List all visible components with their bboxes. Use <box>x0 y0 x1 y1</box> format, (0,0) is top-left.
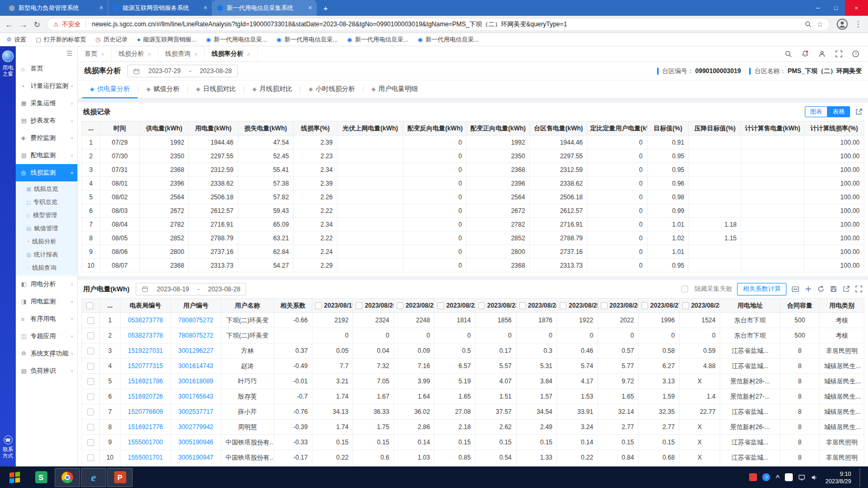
sidebar-item-system-support[interactable]: ⚙系统支撑功能∨ <box>16 345 77 362</box>
correlation-calc-button[interactable]: 相关系数计算 <box>737 283 786 296</box>
date-column-checkbox[interactable] <box>315 302 322 309</box>
link-cell[interactable]: 3002537717 <box>170 404 221 420</box>
save-icon[interactable] <box>830 285 837 293</box>
export-icon[interactable] <box>842 285 850 293</box>
sidebar-item-collection-ops[interactable]: ▦采集运维∨ <box>16 95 77 112</box>
url-input[interactable]: ⚠ 不安全 neweic.js.sgcc.com.cn/#/llm/line/L… <box>47 18 830 31</box>
tab-close-icon[interactable]: × <box>147 51 150 57</box>
minimize-button[interactable]: ─ <box>809 0 827 16</box>
link-cell[interactable]: 7808075272 <box>170 313 221 328</box>
sidebar-item-meter-reading-publish[interactable]: ▤抄表发布∨ <box>16 112 77 129</box>
row-checkbox[interactable] <box>87 454 94 461</box>
sidebar-subitem-line-loss-analysis[interactable]: ◔线损分析 <box>16 235 77 248</box>
browser-menu-icon[interactable]: ⋮ <box>854 19 863 29</box>
bookmark-item[interactable]: ◷历史记录 <box>96 36 128 44</box>
row-checkbox[interactable] <box>87 424 94 431</box>
tab-close-icon[interactable]: × <box>308 4 312 12</box>
bookmark-item[interactable]: ⚙设置 <box>6 36 26 44</box>
sidebar-subitem-assignment-management[interactable]: ▤赋值管理 <box>16 222 77 235</box>
date-column-checkbox[interactable] <box>356 302 362 309</box>
table-view-button[interactable]: 表格 <box>827 106 850 117</box>
add-icon[interactable] <box>804 285 812 293</box>
date-column-checkbox[interactable] <box>601 302 608 309</box>
sidebar-item-special-apps[interactable]: ◫专题应用∨ <box>16 328 77 345</box>
date-column-checkbox[interactable] <box>519 302 526 309</box>
date-column-checkbox[interactable] <box>437 302 444 309</box>
bookmark-item[interactable]: ◉新一代用电信息采... <box>347 36 408 44</box>
analysis-tab-assignment-analysis[interactable]: ◈赋值分析 <box>138 80 187 98</box>
sidebar-item-home[interactable]: ⌂首页 <box>16 60 77 77</box>
workspace-tab-line-loss-query[interactable]: 线损查询× <box>158 46 205 62</box>
link-cell[interactable]: 1555001701 <box>120 450 170 465</box>
sidebar-item-power-use-analysis[interactable]: ◧用电分析∨ <box>16 276 77 293</box>
link-cell[interactable]: 3005190947 <box>170 450 221 465</box>
workspace-tab-home[interactable]: 首页× <box>78 46 112 62</box>
link-cell[interactable]: 1516920726 <box>120 389 170 404</box>
help-icon[interactable]: ? <box>852 50 860 58</box>
table-row[interactable]: 608/0326722612.5759.432.22026722612.5700… <box>82 204 864 218</box>
table-row[interactable]: 307/3123682312.5955.412.34023682312.5900… <box>82 163 864 177</box>
row-checkbox[interactable] <box>87 409 94 415</box>
user-date-start[interactable]: 2023-08-19 <box>157 286 189 293</box>
sidebar-item-line-loss-monitor[interactable]: ◎线损监测∧ <box>16 164 77 181</box>
user-date-end[interactable]: 2023-08-28 <box>208 286 240 293</box>
tab-close-icon[interactable]: × <box>99 4 103 12</box>
workspace-tab-line-loss-analysis[interactable]: 线损分析× <box>112 46 158 62</box>
browser-tab[interactable]: 新一代用电信息采集系统× <box>213 0 317 16</box>
select-all-checkbox[interactable] <box>86 302 93 309</box>
bookmark-item[interactable]: ◉新一代用电信息采... <box>206 36 267 44</box>
row-checkbox[interactable] <box>87 332 94 339</box>
bookmark-item[interactable]: ◉新一代用电信息采... <box>418 36 479 44</box>
analysis-tab-user-energy-detail[interactable]: ◈用户电量明细 <box>364 80 426 98</box>
chart-view-button[interactable]: 图表 <box>805 106 827 117</box>
tab-close-icon[interactable]: × <box>101 51 104 57</box>
date-column-checkbox[interactable] <box>682 302 689 309</box>
workspace-tab-line-rate-analysis[interactable]: 线损率分析× <box>205 46 257 62</box>
table-row[interactable]: 508/0225642506.1857.822.26025642506.1800… <box>82 190 864 204</box>
tray-monitor-icon[interactable] <box>798 474 805 481</box>
table-row[interactable]: 107/2919921944.4647.542.39019921944.4600… <box>82 136 864 149</box>
sidebar-subitem-model-management[interactable]: ◇模型管理 <box>16 209 77 222</box>
table-row[interactable]: 615169207263001765643殷存英-0.71.741.671.64… <box>82 389 864 404</box>
show-desktop-button[interactable] <box>860 468 863 487</box>
browser-tab[interactable]: 能源互联网营销服务系统× <box>108 0 213 16</box>
taskbar-powerpoint-icon[interactable]: P <box>107 468 133 487</box>
date-column-checkbox[interactable] <box>397 302 403 309</box>
table-row[interactable]: 315192270313001296227方林0.370.050.040.090… <box>82 343 864 359</box>
zoom-icon[interactable] <box>804 21 812 28</box>
notification-bell-icon[interactable] <box>801 50 809 58</box>
tray-volume-icon[interactable] <box>811 474 818 481</box>
taskbar-wps-icon[interactable]: S <box>28 468 54 487</box>
tray-caret-up-icon[interactable]: ^ <box>775 473 780 481</box>
table-row[interactable]: 808/0528522788.7963.212.22028522788.7901… <box>82 231 864 245</box>
sidebar-collapse-icon[interactable]: ☰ <box>66 49 73 57</box>
user-table-wrapper[interactable]: ...电表局编号用户编号用户名称相关系数2023/08/192023/08/20… <box>78 298 868 466</box>
sidebar-item-distribution-monitor[interactable]: ▥配电监测∨ <box>16 147 77 164</box>
tray-app-icon[interactable] <box>749 473 757 481</box>
link-cell[interactable]: 1520776609 <box>120 404 170 420</box>
row-checkbox[interactable] <box>87 378 94 385</box>
fullscreen-icon[interactable] <box>855 285 863 293</box>
start-button[interactable] <box>2 468 27 487</box>
table-row[interactable]: 915550017003005190946中国铁塔股份有...-0.330.15… <box>82 435 864 450</box>
row-checkbox[interactable] <box>87 348 94 354</box>
profile-avatar[interactable] <box>836 18 848 30</box>
search-icon[interactable] <box>784 50 792 58</box>
analysis-tab-daily-loss-compare[interactable]: ◈日线损对比 <box>188 80 244 98</box>
table-row[interactable]: 515169217863001618089叶巧巧-0.013.217.053.9… <box>82 374 864 389</box>
taskbar-clock[interactable]: 9:10 2023/8/29 <box>825 470 851 485</box>
maximize-button[interactable]: □ <box>827 0 845 16</box>
tab-close-icon[interactable]: × <box>247 51 250 57</box>
table-row[interactable]: 815169217763002779942周明慧-0.391.741.752.8… <box>82 420 864 435</box>
tray-help-icon[interactable]: ? <box>762 473 770 481</box>
tab-close-icon[interactable]: × <box>194 51 197 57</box>
date-column-checkbox[interactable] <box>478 302 485 309</box>
link-cell[interactable]: 0538273778 <box>120 328 170 343</box>
sidebar-item-metering-monitor[interactable]: ◔计量运行监测∨ <box>16 77 77 95</box>
link-cell[interactable]: 0538273778 <box>120 313 170 328</box>
analysis-tab-supply-analysis[interactable]: ◈供电量分析 <box>82 80 138 98</box>
sidebar-subitem-line-loss-query[interactable]: ◌线损查询 <box>16 261 77 274</box>
link-cell[interactable]: 3002779942 <box>170 420 221 435</box>
table-row[interactable]: 1015550017013005190947中国铁塔股份有...-0.170.2… <box>82 450 864 465</box>
date-end[interactable]: 2023-08-28 <box>199 67 231 75</box>
